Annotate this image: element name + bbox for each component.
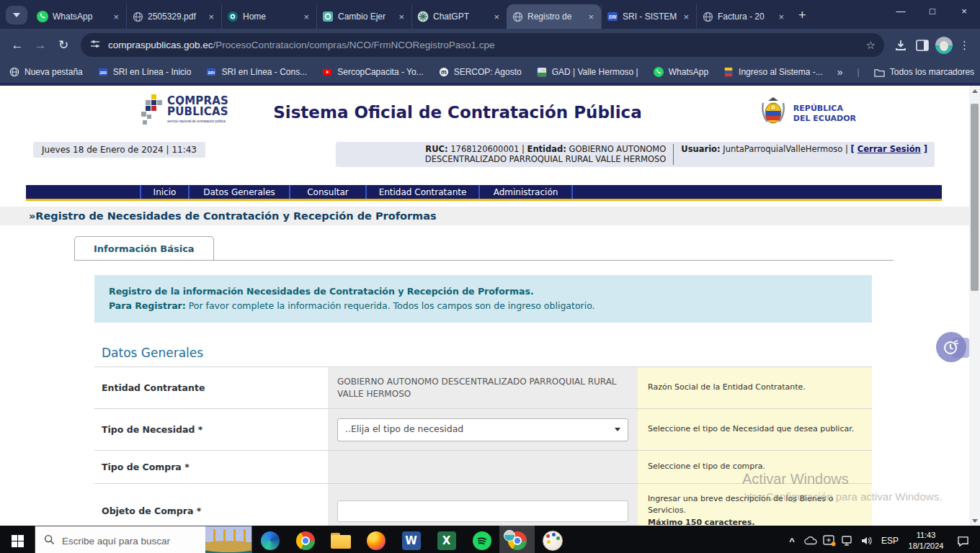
taskbar-spotify[interactable] (464, 526, 499, 553)
sri-icon: SRI (607, 11, 618, 22)
menu-item-inicio[interactable]: Inicio (140, 185, 188, 199)
clock-icon (936, 332, 966, 362)
tab-label: WhatsApp (53, 12, 107, 22)
taskbar-chrome-profile-active[interactable] (499, 526, 535, 553)
taskbar-edge[interactable] (252, 526, 288, 553)
scrollbar-thumb[interactable] (971, 104, 979, 291)
form-row-tipo-necesidad: Tipo de Necesidad * ..Elija el tipo de n… (94, 409, 872, 451)
tab-home[interactable]: Home × (221, 4, 316, 29)
forward-button[interactable]: → (29, 34, 52, 57)
logout-link[interactable]: [ Cerrar Sesión ] (850, 144, 927, 154)
chevron-down-icon (615, 428, 620, 431)
tab-whatsapp[interactable]: WhatsApp × (32, 4, 126, 29)
close-button[interactable]: × (948, 0, 980, 22)
tab-search-button[interactable] (6, 6, 27, 24)
tab-close-icon[interactable]: × (396, 12, 406, 22)
tab-close-icon[interactable]: × (111, 12, 121, 22)
tab-label: Cambio Ejer (338, 12, 392, 22)
globe-icon (132, 11, 143, 22)
tab-close-icon[interactable]: × (491, 12, 502, 22)
taskbar-paint[interactable] (535, 526, 570, 553)
tune-icon[interactable] (89, 38, 101, 52)
tab-close-icon[interactable]: × (586, 12, 596, 22)
new-tab-button[interactable]: + (791, 8, 814, 29)
minimize-button[interactable]: — (885, 0, 917, 22)
menu-item-entidad-contratante[interactable]: Entidad Contratante (365, 185, 478, 199)
tab-chatgpt[interactable]: ChatGPT × (411, 4, 507, 29)
network-icon[interactable] (839, 536, 858, 546)
tray-expand-chevron[interactable]: ^ (783, 536, 801, 547)
tab-cambio[interactable]: Cambio Ejer × (316, 4, 411, 29)
tab-close-icon[interactable]: × (681, 12, 691, 22)
back-button[interactable]: ← (6, 34, 29, 57)
browser-menu-icon[interactable]: ⋮ (955, 39, 974, 52)
taskbar-file-explorer[interactable] (323, 526, 358, 553)
clock[interactable]: 11:43 18/1/2024 (904, 530, 948, 552)
bookmark-nueva-pestana[interactable]: Nueva pestaña (9, 66, 83, 78)
tab-label: Registro de (527, 12, 582, 22)
bookmark-label: Nueva pestaña (24, 67, 83, 77)
scroll-up-icon[interactable] (969, 86, 980, 96)
browser-tabstrip: WhatsApp × 2505329.pdf × Home × Cambio E… (0, 0, 980, 29)
page-scrollbar[interactable] (969, 86, 980, 526)
tab-label: SRI - SISTEM (623, 12, 677, 22)
language-indicator[interactable]: ESP (876, 536, 904, 546)
bookmark-ingreso-sistema[interactable]: Ingreso al Sistema -... (723, 66, 823, 78)
taskbar-search[interactable]: Escribe aquí para buscar (35, 526, 252, 553)
divider: | (845, 144, 848, 154)
webpage: COMPRASPÚBLICAS servicio nacional de con… (0, 83, 980, 526)
bookmark-label: SERCOP: Agosto (454, 67, 522, 77)
objeto-compra-input[interactable] (337, 500, 628, 522)
taskbar-firefox[interactable] (358, 526, 393, 553)
tab-close-icon[interactable]: × (776, 12, 786, 22)
tipo-necesidad-select[interactable]: ..Elija el tipo de necesidad (337, 418, 628, 441)
notification-center-icon[interactable] (948, 536, 977, 547)
sercop-icon (322, 11, 334, 22)
search-placeholder: Escribe aquí para buscar (62, 536, 170, 547)
scroll-down-icon[interactable] (969, 516, 980, 526)
taskbar-word[interactable]: W (393, 526, 429, 553)
bookmarks-overflow-icon[interactable]: » (837, 66, 843, 78)
bookmark-gad-valle-hermoso[interactable]: GAD | Valle Hermoso | (536, 66, 638, 78)
start-button[interactable] (0, 526, 35, 553)
tab-registro-active[interactable]: Registro de × (507, 4, 601, 29)
tab-close-icon[interactable]: × (206, 12, 216, 22)
floating-timer-widget[interactable] (936, 332, 969, 364)
avatar (935, 37, 953, 54)
volume-icon[interactable] (858, 536, 876, 546)
bookmark-sri-consultas[interactable]: SRI SRI en Línea - Cons... (205, 66, 307, 78)
download-icon[interactable] (890, 35, 912, 56)
tab-factura[interactable]: Factura - 20 × (696, 4, 791, 29)
tab-sri[interactable]: SRI SRI - SISTEM × (601, 4, 696, 29)
taskbar-excel[interactable]: X (429, 526, 464, 553)
side-panel-icon[interactable] (912, 35, 933, 56)
onedrive-icon[interactable] (801, 536, 820, 545)
breadcrumb: »Registro de Necesidades de Contratación… (0, 207, 980, 225)
search-highlight-image[interactable] (205, 526, 251, 553)
all-bookmarks-button[interactable]: Todos los marcadores (874, 66, 974, 78)
tray-date: 18/1/2024 (904, 541, 948, 552)
tab-pdf[interactable]: 2505329.pdf × (126, 4, 221, 29)
menu-item-administracion[interactable]: Administración (478, 185, 573, 199)
bookmark-star-icon[interactable]: ☆ (866, 39, 876, 52)
bookmark-sri-inicio[interactable]: SRI SRI en Línea - Inicio (97, 66, 192, 78)
notice-line2: Por favor complete la información requer… (186, 300, 595, 311)
profile-avatar[interactable] (933, 35, 955, 56)
form-row-objeto-compra: Objeto de Compra * Ingresar una breve de… (94, 484, 872, 526)
menu-spacer (26, 185, 140, 199)
bookmark-whatsapp[interactable]: WhatsApp (653, 66, 708, 78)
tab-label: ChatGPT (433, 12, 487, 22)
bookmark-sercopcapacita[interactable]: SercopCapacita - Yo... (321, 66, 423, 78)
tab-informacion-basica[interactable]: Información Básica (74, 236, 214, 260)
taskbar-chrome[interactable] (288, 526, 323, 553)
windows-taskbar: Escribe aquí para buscar W X ^ (0, 526, 980, 553)
menu-item-datos-generales[interactable]: Datos Generales (188, 185, 289, 199)
menu-item-consultar[interactable]: Consultar (289, 185, 365, 199)
update-status-icon[interactable] (820, 535, 839, 547)
bookmark-sercop-agosto[interactable]: m SERCOP: Agosto (438, 66, 522, 78)
svg-text:SRI: SRI (609, 14, 617, 19)
maximize-button[interactable]: □ (917, 0, 948, 22)
reload-button[interactable]: ↻ (52, 34, 75, 57)
tab-close-icon[interactable]: × (301, 12, 311, 22)
address-bar[interactable]: compraspublicas.gob.ec/ProcesoContrataci… (81, 33, 884, 57)
